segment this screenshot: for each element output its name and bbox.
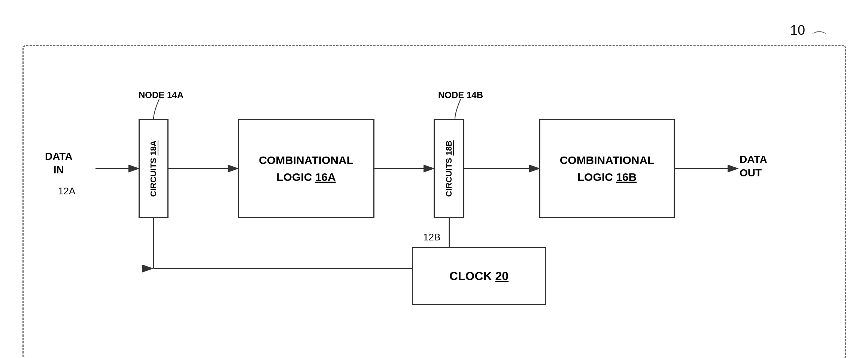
comb-logic-16b-text: COMBINATIONAL LOGIC 16B xyxy=(560,152,655,185)
data-out-label: DATA OUT xyxy=(740,153,767,180)
node-14b-label: NODE 14B xyxy=(438,90,483,100)
data-in-line2: IN xyxy=(54,164,64,176)
data-in-line1: DATA xyxy=(45,151,73,162)
comb-logic-16a-text: COMBINATIONAL LOGIC 16A xyxy=(259,152,353,185)
clock-20-box: CLOCK 20 xyxy=(412,247,546,305)
data-in-ref: 12A xyxy=(58,185,75,197)
data-in-label: DATA IN xyxy=(45,150,73,177)
comb-logic-16a-box: COMBINATIONAL LOGIC 16A xyxy=(238,119,374,218)
clock-20-text: CLOCK 20 xyxy=(449,269,509,283)
data-out-line1: DATA xyxy=(740,154,767,165)
node-14a-label: NODE 14A xyxy=(139,90,183,100)
circuits-18a-box: CIRCUITS 18A xyxy=(139,119,169,218)
data-out-line2: OUT xyxy=(740,167,762,179)
circuits-18b-text: CIRCUITS 18B xyxy=(444,140,454,197)
diagram-container: 10 ⌒ xyxy=(15,22,850,345)
circuits-18b-box: CIRCUITS 18B xyxy=(434,119,464,218)
circuits-18a-text: CIRCUITS 18A xyxy=(149,140,158,197)
ref-10: 10 xyxy=(790,22,805,38)
ref-12b: 12B xyxy=(423,231,440,243)
comb-logic-16b-box: COMBINATIONAL LOGIC 16B xyxy=(539,119,675,218)
